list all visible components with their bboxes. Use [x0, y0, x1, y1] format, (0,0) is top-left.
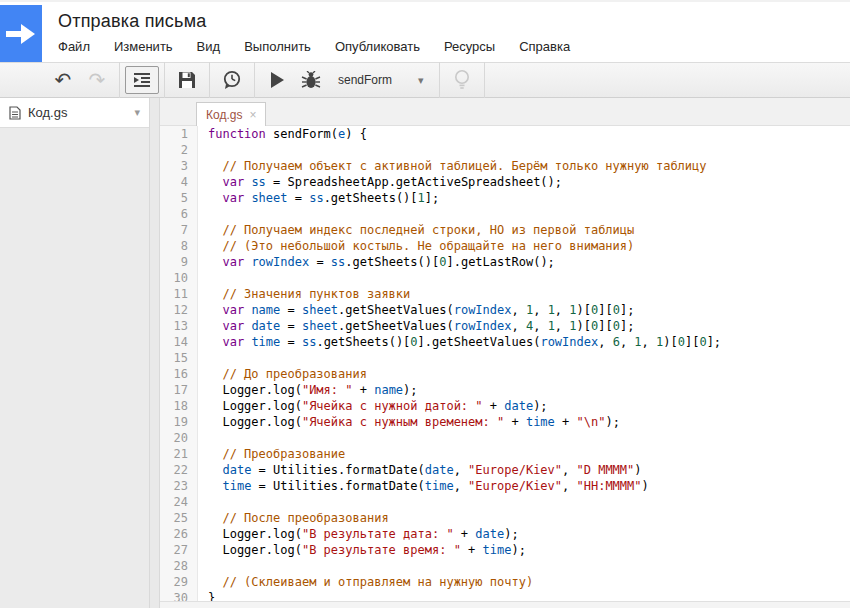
- menu-item-edit[interactable]: Изменить: [114, 39, 173, 54]
- code-text: // Преобразование: [198, 446, 345, 462]
- triggers-button[interactable]: [215, 66, 249, 94]
- menu-item-file[interactable]: Файл: [58, 39, 90, 54]
- code-text: // Значения пунктов заявки: [198, 286, 410, 302]
- code-text: var ss = SpreadsheetApp.getActiveSpreads…: [198, 174, 562, 190]
- code-text: [198, 206, 208, 222]
- save-icon: [178, 71, 196, 89]
- code-line: 22 date = Utilities.formatDate(date, "Eu…: [160, 462, 850, 478]
- code-text: // После преобразования: [198, 510, 389, 526]
- code-line: 13 var date = sheet.getSheetValues(rowIn…: [160, 318, 850, 334]
- code-line: 26 Logger.log("В результате дата: " + da…: [160, 526, 850, 542]
- line-number: 8: [160, 238, 198, 254]
- toolbar-separator: [119, 62, 120, 98]
- code-text: [198, 494, 208, 510]
- code-line: 29 // (Склеиваем и отправляем на нужную …: [160, 574, 850, 590]
- menu-item-help[interactable]: Справка: [519, 39, 570, 54]
- code-line: 23 time = Utilities.formatDate(time, "Eu…: [160, 478, 850, 494]
- line-number: 22: [160, 462, 198, 478]
- code-text: [198, 142, 208, 158]
- code-line: 21 // Преобразование: [160, 446, 850, 462]
- hint-button[interactable]: [445, 66, 479, 94]
- code-text: // Получаем объект с активной таблицей. …: [198, 158, 707, 174]
- line-number: 11: [160, 286, 198, 302]
- file-menu-caret-icon[interactable]: ▾: [134, 106, 140, 119]
- code-line: 18 Logger.log("Ячейка с нужной датой: " …: [160, 398, 850, 414]
- save-button[interactable]: [170, 66, 204, 94]
- line-number: 18: [160, 398, 198, 414]
- undo-button[interactable]: ↶: [46, 66, 80, 94]
- code-text: [198, 430, 208, 446]
- menubar: ФайлИзменитьВидВыполнитьОпубликоватьРесу…: [58, 39, 850, 54]
- line-number: 5: [160, 190, 198, 206]
- code-text: var sheet = ss.getSheets()[1];: [198, 190, 439, 206]
- code-line: 16 // До преобразования: [160, 366, 850, 382]
- code-line: 27 Logger.log("В результате время: " + t…: [160, 542, 850, 558]
- code-text: // (Склеиваем и отправляем на нужную поч…: [198, 574, 533, 590]
- format-indent-icon: [133, 72, 151, 88]
- code-line: 9 var rowIndex = ss.getSheets()[0].getLa…: [160, 254, 850, 270]
- code-text: Logger.log("В результате время: " + time…: [198, 542, 526, 558]
- line-number: 14: [160, 334, 198, 350]
- code-text: // До преобразования: [198, 366, 367, 382]
- chevron-down-icon: ▾: [418, 74, 424, 87]
- redo-button[interactable]: ↷: [80, 66, 114, 94]
- arrow-right-icon: [6, 23, 36, 45]
- code-line: 20: [160, 430, 850, 446]
- line-number: 20: [160, 430, 198, 446]
- code-line: 28: [160, 558, 850, 574]
- undo-icon: ↶: [55, 70, 72, 90]
- code-line: 5 var sheet = ss.getSheets()[1];: [160, 190, 850, 206]
- line-number: 16: [160, 366, 198, 382]
- line-number: 2: [160, 142, 198, 158]
- indent-button[interactable]: [125, 66, 159, 94]
- function-selector[interactable]: sendForm ▾: [328, 66, 434, 94]
- code-text: var rowIndex = ss.getSheets()[0].getLast…: [198, 254, 555, 270]
- line-number: 15: [160, 350, 198, 366]
- project-title: Отправка письма: [58, 11, 850, 32]
- line-number: 3: [160, 158, 198, 174]
- menu-item-view[interactable]: Вид: [197, 39, 221, 54]
- code-text: Logger.log("Ячейка с нужной датой: " + d…: [198, 398, 548, 414]
- line-number: 12: [160, 302, 198, 318]
- code-line: 24: [160, 494, 850, 510]
- line-number: 21: [160, 446, 198, 462]
- bug-icon: [301, 71, 321, 89]
- line-number: 1: [160, 126, 198, 142]
- line-number: 4: [160, 174, 198, 190]
- code-text: Logger.log("Имя: " + name);: [198, 382, 418, 398]
- line-number: 29: [160, 574, 198, 590]
- code-line: 25 // После преобразования: [160, 510, 850, 526]
- code-text: // (Это небольшой костыль. Не обращайте …: [198, 238, 634, 254]
- menu-item-publish[interactable]: Опубликовать: [335, 39, 420, 54]
- toolbar-separator: [164, 62, 165, 98]
- code-line: 14 var time = ss.getSheets()[0].getSheet…: [160, 334, 850, 350]
- code-line: 4 var ss = SpreadsheetApp.getActiveSprea…: [160, 174, 850, 190]
- run-button[interactable]: [260, 66, 294, 94]
- horizontal-scrollbar[interactable]: [160, 601, 850, 608]
- file-icon: [9, 106, 21, 120]
- close-icon[interactable]: ×: [249, 109, 256, 121]
- editor-tabbar: Код.gs ×: [160, 98, 850, 126]
- code-text: [198, 558, 208, 574]
- editor-pane: Код.gs × 1function sendForm(e) {23 // По…: [160, 98, 850, 608]
- code-line: 7 // Получаем индекс последней строки, Н…: [160, 222, 850, 238]
- sidebar-item-kod-gs[interactable]: Код.gs ▾: [0, 98, 149, 128]
- sidebar-splitter[interactable]: [150, 98, 160, 608]
- code-line: 6: [160, 206, 850, 222]
- tab-kod-gs[interactable]: Код.gs ×: [196, 102, 266, 126]
- code-editor[interactable]: 1function sendForm(e) {23 // Получаем об…: [160, 126, 850, 608]
- line-number: 6: [160, 206, 198, 222]
- header: Отправка письма ФайлИзменитьВидВыполнить…: [0, 2, 850, 62]
- menu-item-resources[interactable]: Ресурсы: [444, 39, 495, 54]
- debug-button[interactable]: [294, 66, 328, 94]
- line-number: 25: [160, 510, 198, 526]
- code-line: 10: [160, 270, 850, 286]
- line-number: 13: [160, 318, 198, 334]
- code-text: // Получаем индекс последней строки, НО …: [198, 222, 634, 238]
- code-text: Logger.log("Ячейка с нужным временем: " …: [198, 414, 620, 430]
- toolbar-separator: [439, 62, 440, 98]
- menu-item-run[interactable]: Выполнить: [244, 39, 311, 54]
- code-text: var name = sheet.getSheetValues(rowIndex…: [198, 302, 634, 318]
- code-text: date = Utilities.formatDate(date, "Europ…: [198, 462, 642, 478]
- code-text: function sendForm(e) {: [198, 126, 367, 142]
